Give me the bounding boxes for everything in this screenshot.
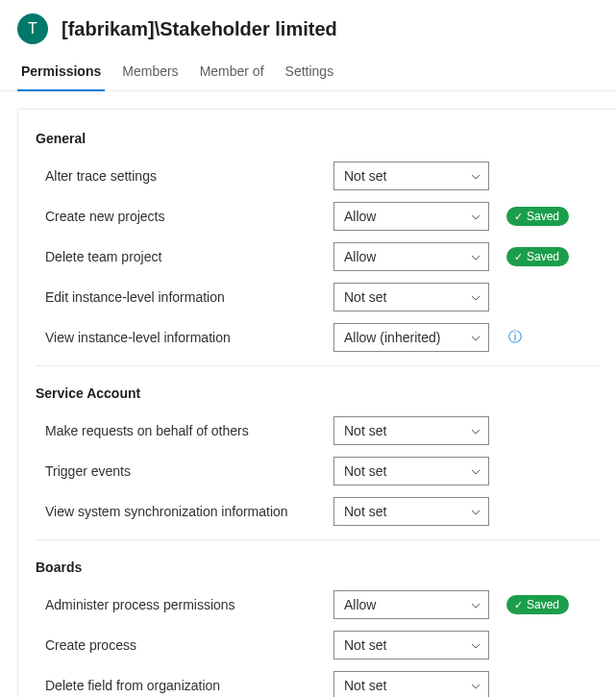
chevron-down-icon [471, 212, 480, 222]
permission-value: Allow (inherited) [344, 330, 440, 345]
tab-permissions[interactable]: Permissions [17, 54, 105, 90]
permission-select[interactable]: Allow [333, 242, 489, 271]
permissions-panel: GeneralAlter trace settingsNot setCreate… [17, 109, 616, 697]
permission-label: View instance-level information [36, 330, 324, 345]
avatar: T [17, 13, 48, 44]
chevron-down-icon [471, 600, 480, 610]
permission-row: View system synchronization informationN… [36, 491, 599, 532]
tabs-bar: PermissionsMembersMember ofSettings [0, 54, 616, 91]
tab-settings[interactable]: Settings [282, 54, 338, 90]
page-header: T [fabrikam]\Stakeholder limited [0, 0, 616, 54]
saved-badge: ✓Saved [506, 207, 569, 226]
permission-select[interactable]: Not set [333, 283, 489, 311]
section-boards: BoardsAdminister process permissionsAllo… [36, 560, 599, 697]
permission-label: Administer process permissions [36, 597, 324, 612]
section-general: GeneralAlter trace settingsNot setCreate… [36, 131, 599, 366]
permission-value: Not set [344, 168, 386, 184]
section-service-account: Service AccountMake requests on behalf o… [36, 386, 599, 540]
org-name: [fabrikam] [62, 18, 155, 39]
permission-value: Allow [344, 209, 376, 224]
info-icon[interactable]: ⓘ [508, 329, 522, 346]
permission-select[interactable]: Not set [333, 671, 489, 697]
permission-label: Alter trace settings [36, 168, 324, 184]
chevron-down-icon [471, 252, 480, 262]
permission-row: Alter trace settingsNot set [36, 156, 599, 196]
permission-value: Not set [344, 678, 386, 693]
chevron-down-icon [471, 507, 480, 517]
section-title: Boards [36, 560, 599, 575]
permission-label: Create process [36, 637, 324, 653]
saved-badge: ✓Saved [506, 595, 569, 614]
permission-row: Trigger eventsNot set [36, 451, 599, 491]
saved-label: Saved [527, 210, 559, 223]
permission-row: Create processNot set [36, 625, 599, 665]
permission-select[interactable]: Not set [333, 631, 489, 660]
section-divider [36, 365, 599, 366]
chevron-down-icon [471, 426, 480, 436]
permission-select[interactable]: Not set [333, 416, 489, 445]
page-title: [fabrikam]\Stakeholder limited [62, 18, 337, 40]
permission-label: Delete team project [36, 249, 324, 264]
permission-row: Create new projectsAllow✓Saved [36, 196, 599, 236]
permission-select[interactable]: Not set [333, 497, 489, 526]
section-divider [36, 539, 599, 540]
chevron-down-icon [471, 681, 480, 691]
permission-label: Make requests on behalf of others [36, 423, 324, 438]
permission-select[interactable]: Not set [333, 457, 489, 485]
permission-select[interactable]: Not set [333, 162, 489, 190]
check-icon: ✓ [514, 212, 523, 222]
permission-row: Administer process permissionsAllow✓Save… [36, 585, 599, 625]
permission-row: Delete field from organizationNot set [36, 665, 599, 697]
permission-value: Allow [344, 597, 376, 612]
tab-member-of[interactable]: Member of [196, 54, 268, 90]
permission-value: Not set [344, 504, 386, 519]
section-title: Service Account [36, 386, 599, 401]
saved-label: Saved [527, 598, 559, 611]
permission-row: Edit instance-level informationNot set [36, 277, 599, 317]
permission-value: Not set [344, 463, 386, 479]
check-icon: ✓ [514, 600, 523, 610]
chevron-down-icon [471, 640, 480, 651]
permission-select[interactable]: Allow (inherited) [333, 323, 489, 352]
permission-value: Allow [344, 249, 376, 264]
saved-badge: ✓Saved [506, 247, 569, 266]
chevron-down-icon [471, 171, 480, 182]
permission-value: Not set [344, 423, 386, 438]
saved-label: Saved [527, 250, 559, 263]
permission-row: View instance-level informationAllow (in… [36, 317, 599, 358]
permission-row: Delete team projectAllow✓Saved [36, 236, 599, 277]
permission-label: Trigger events [36, 463, 324, 479]
permission-label: View system synchronization information [36, 504, 324, 519]
group-name: \Stakeholder limited [155, 18, 337, 39]
permission-value: Not set [344, 637, 386, 653]
chevron-down-icon [471, 466, 480, 477]
chevron-down-icon [471, 333, 480, 343]
permission-select[interactable]: Allow [333, 590, 489, 619]
permission-label: Create new projects [36, 209, 324, 224]
permission-row: Make requests on behalf of othersNot set [36, 411, 599, 451]
permission-label: Edit instance-level information [36, 289, 324, 305]
chevron-down-icon [471, 292, 480, 303]
permission-select[interactable]: Allow [333, 202, 489, 231]
tab-members[interactable]: Members [118, 54, 182, 90]
permission-label: Delete field from organization [36, 678, 324, 693]
check-icon: ✓ [514, 252, 523, 262]
permission-value: Not set [344, 289, 386, 305]
section-title: General [36, 131, 599, 146]
